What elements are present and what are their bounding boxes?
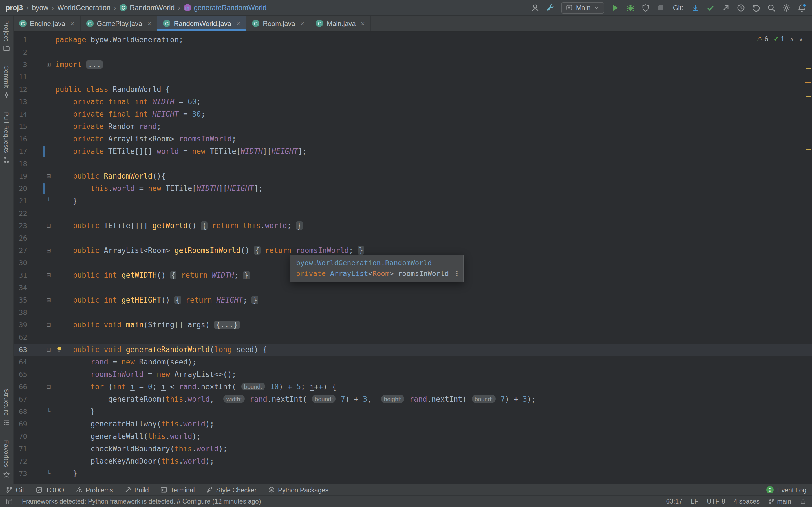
tool-window-button-problems[interactable]: Problems (75, 486, 113, 494)
scrollbar-error-stripe[interactable] (804, 32, 811, 484)
code-line[interactable]: 34 (13, 282, 812, 294)
code-line[interactable]: 21└ } (13, 195, 812, 207)
tool-window-button-terminal[interactable]: Terminal (160, 486, 195, 494)
tool-window-button-structure[interactable]: Structure (3, 389, 10, 427)
previous-problem-button[interactable]: ∧ (790, 36, 794, 42)
tool-window-button-todo[interactable]: TODO (35, 486, 64, 494)
code-line[interactable]: 17 private TETile[][] world = new TETile… (13, 145, 812, 158)
code-line[interactable]: 62 (13, 331, 812, 344)
fold-marker[interactable]: ⊟ (45, 344, 52, 356)
breadcrumb-item[interactable]: mgenerateRandomWorld (184, 4, 266, 11)
notifications-bell-button[interactable] (797, 3, 806, 12)
code-line[interactable]: 67 generateRoom(this.world, width: rand.… (13, 393, 812, 406)
push-button[interactable] (721, 3, 730, 12)
tab-main-java[interactable]: CMain.java× (310, 16, 371, 31)
breadcrumb-item[interactable]: WorldGeneration (57, 4, 111, 11)
tab-engine-java[interactable]: CEngine.java× (13, 16, 80, 31)
warning-stripe-mark[interactable] (805, 82, 811, 83)
editor[interactable]: 1package byow.WorldGeneration;23⊞import … (13, 32, 812, 484)
settings-gear-button[interactable] (782, 3, 791, 12)
history-button[interactable] (737, 3, 746, 12)
event-log-button[interactable]: 2Event Log (766, 486, 806, 494)
code-line[interactable]: 71 checkWorldBoundary(this.world); (13, 443, 812, 455)
close-icon[interactable]: × (147, 19, 151, 27)
code-line[interactable]: 16 private ArrayList<Room> roomsInWorld; (13, 133, 812, 145)
fold-marker[interactable]: ⊟ (45, 220, 52, 232)
warning-stripe-mark[interactable] (806, 68, 811, 69)
code-line[interactable]: 38 (13, 306, 812, 319)
tool-window-button-style-checker[interactable]: Style Checker (206, 486, 257, 494)
code-line[interactable]: 63⊟ public void generateRandomWorld(long… (13, 344, 812, 356)
git-branch-widget[interactable]: main (768, 498, 791, 505)
tab-gameplay-java[interactable]: CGamePlay.java× (80, 16, 157, 31)
fold-marker[interactable]: ⊟ (45, 170, 52, 182)
code-line[interactable]: 69 generateHallway(this.world); (13, 418, 812, 431)
fold-marker[interactable]: └ (45, 467, 52, 480)
code-line[interactable]: 11 (13, 71, 812, 83)
breadcrumb-item[interactable]: proj3 (6, 4, 23, 11)
close-icon[interactable]: × (300, 19, 304, 27)
fold-marker[interactable]: ⊟ (45, 381, 52, 393)
code-line[interactable]: 3⊞import ... (13, 59, 812, 71)
warning-stripe-mark[interactable] (806, 96, 811, 98)
caret-position[interactable]: 63:17 (666, 498, 682, 505)
code-line[interactable]: 18 (13, 158, 812, 170)
fold-marker[interactable]: └ (45, 406, 52, 418)
next-problem-button[interactable]: ∨ (799, 36, 803, 42)
tool-window-button-project[interactable]: Project (3, 20, 10, 52)
code-line[interactable]: 2 (13, 46, 812, 59)
code-line[interactable]: 1package byow.WorldGeneration; (13, 34, 812, 46)
breadcrumb-item[interactable]: CRandomWorld (119, 4, 174, 11)
ok-indicator[interactable]: ✔ 1 (773, 35, 784, 43)
code-line[interactable]: 22 (13, 207, 812, 220)
close-icon[interactable]: × (70, 19, 74, 27)
code-line[interactable]: 70 generateWall(this.world); (13, 431, 812, 443)
intention-bulb-icon[interactable] (55, 345, 63, 353)
code-line[interactable]: 12public class RandomWorld { (13, 83, 812, 96)
code-line[interactable]: 35⊟ public int getHEIGHT() { return HEIG… (13, 294, 812, 306)
code-line[interactable]: 66⊟ for (int i = 0; i < rand.nextInt( bo… (13, 381, 812, 393)
code-line[interactable]: 23⊟ public TETile[][] getWorld() { retur… (13, 220, 812, 232)
run-config-selector[interactable]: Main (561, 2, 605, 13)
coverage-button[interactable] (642, 3, 651, 12)
code-line[interactable]: 15 private Random rand; (13, 121, 812, 133)
indent-config[interactable]: 4 spaces (733, 498, 760, 505)
fold-marker[interactable]: ⊟ (45, 244, 52, 257)
line-separator[interactable]: LF (691, 498, 698, 505)
warnings-indicator[interactable]: ⚠ 6 (757, 35, 768, 43)
close-icon[interactable]: × (236, 19, 240, 27)
kebab-menu-icon[interactable]: ⋮ (449, 269, 460, 278)
build-tools-button[interactable] (546, 3, 555, 12)
close-icon[interactable]: × (361, 19, 365, 27)
code-line[interactable]: 20 this.world = new TETile[WIDTH][HEIGHT… (13, 182, 812, 195)
search-button[interactable] (767, 3, 776, 12)
run-button[interactable] (611, 3, 620, 12)
code-line[interactable]: 65 roomsInWorld = new ArrayList<>(); (13, 369, 812, 381)
stop-button[interactable] (657, 3, 666, 12)
commit-check-button[interactable] (706, 3, 715, 12)
code-line[interactable]: 14 private final int HEIGHT = 30; (13, 108, 812, 121)
breadcrumb-item[interactable]: byow (32, 4, 48, 11)
update-project-button[interactable] (691, 3, 700, 12)
code-line[interactable]: 73└ } (13, 467, 812, 480)
tab-randomworld-java[interactable]: CRandomWorld.java× (157, 16, 246, 31)
fold-marker[interactable]: └ (45, 195, 52, 207)
user-button[interactable] (531, 3, 540, 12)
code-line[interactable]: 64 rand = new Random(seed); (13, 356, 812, 369)
tool-window-button-git[interactable]: Git (6, 486, 24, 494)
tool-window-button-build[interactable]: Build (124, 486, 149, 494)
fold-marker[interactable]: ⊟ (45, 319, 52, 331)
rollback-button[interactable] (752, 3, 761, 12)
fold-marker[interactable]: ⊟ (45, 269, 52, 282)
tab-room-java[interactable]: CRoom.java× (246, 16, 310, 31)
warning-stripe-mark[interactable] (806, 149, 811, 151)
tool-window-button-python-packages[interactable]: Python Packages (268, 486, 328, 494)
debug-button[interactable] (626, 3, 635, 12)
tool-window-button-pull-requests[interactable]: Pull Requests (3, 112, 10, 164)
code-line[interactable]: 13 private final int WIDTH = 60; (13, 96, 812, 108)
lock-icon[interactable] (800, 498, 806, 505)
tool-window-button-commit[interactable]: Commit (3, 65, 10, 99)
code-line[interactable]: 68└ } (13, 406, 812, 418)
code-line[interactable]: 19⊟ public RandomWorld(){ (13, 170, 812, 182)
code-line[interactable]: 72 placeKeyAndDoor(this.world); (13, 455, 812, 467)
